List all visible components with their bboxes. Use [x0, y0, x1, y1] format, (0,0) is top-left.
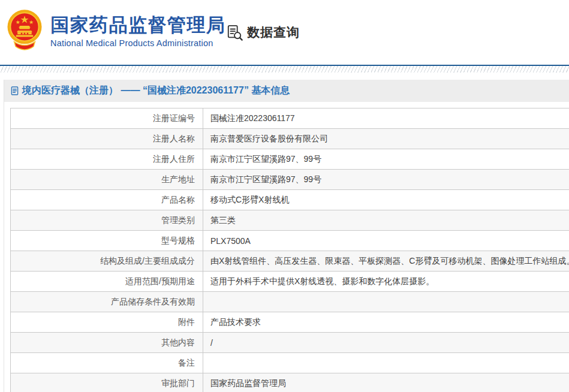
site-header: 国家药品监督管理局 National Medical Products Admi… — [0, 0, 569, 65]
national-emblem-logo — [6, 7, 43, 55]
row-label: 其他内容 — [11, 333, 203, 352]
table-row: 其他内容 / — [11, 333, 569, 353]
row-label: 附件 — [11, 312, 203, 332]
row-value: PLX7500A — [203, 231, 569, 251]
document-search-icon — [227, 25, 243, 41]
table-row: 型号规格 PLX7500A — [11, 231, 569, 251]
row-value: 产品技术要求 — [203, 312, 569, 332]
nmpa-device-registration-page: { "header": { "agency_title_zh": "国家药品监督… — [0, 0, 569, 392]
page-icon — [11, 86, 19, 95]
breadcrumb: 境内医疗器械（注册） —— “国械注准20223061177” 基本信息 — [4, 80, 569, 102]
row-value: 南京市江宁区望溪路97、99号 — [203, 170, 569, 189]
row-value: 南京普爱医疗设备股份有限公司 — [203, 129, 569, 149]
table-row: 审批部门 国家药品监督管理局 — [11, 373, 569, 392]
row-label: 审批部门 — [11, 373, 203, 392]
table-row: 管理类别 第三类 — [11, 210, 569, 231]
agency-titles: 国家药品监督管理局 National Medical Products Admi… — [50, 14, 226, 48]
row-value: / — [203, 333, 569, 352]
row-label: 生产地址 — [11, 170, 203, 189]
table-row: 生产地址 南京市江宁区望溪路97、99号 — [11, 170, 569, 190]
row-label: 产品储存条件及有效期 — [11, 292, 203, 312]
table-row: 备注 — [11, 353, 569, 373]
table-row: 适用范围/预期用途 适用于外科手术中提供X射线透视、摄影和数字化体层摄影。 — [11, 272, 569, 292]
row-value: 国家药品监督管理局 — [203, 373, 569, 392]
table-row: 产品名称 移动式C形臂X射线机 — [11, 190, 569, 210]
row-label: 管理类别 — [11, 210, 203, 230]
row-value: 移动式C形臂X射线机 — [203, 190, 569, 210]
row-label: 注册人名称 — [11, 129, 203, 149]
agency-subtitle: National Medical Products Administration — [50, 38, 226, 48]
table-row: 注册人名称 南京普爱医疗设备股份有限公司 — [11, 129, 569, 149]
data-query-nav[interactable]: 数据查询 — [227, 24, 300, 41]
row-value: 国械注准20223061177 — [203, 108, 569, 128]
table-row: 附件 产品技术要求 — [11, 312, 569, 333]
row-value: 南京市江宁区望溪路97、99号 — [203, 149, 569, 169]
row-label: 备注 — [11, 353, 203, 373]
table-row: 注册证编号 国械注准20223061177 — [11, 108, 569, 129]
row-value: 第三类 — [203, 210, 569, 230]
agency-title: 国家药品监督管理局 — [50, 14, 226, 36]
breadcrumb-title: 境内医疗器械（注册） —— “国械注准20223061177” 基本信息 — [22, 85, 290, 97]
hatched-band — [0, 66, 569, 73]
row-value — [203, 353, 569, 373]
row-label: 注册证编号 — [11, 108, 203, 128]
row-label: 适用范围/预期用途 — [11, 272, 203, 291]
row-label: 注册人住所 — [11, 149, 203, 169]
row-label: 产品名称 — [11, 190, 203, 210]
table-row: 产品储存条件及有效期 — [11, 292, 569, 312]
row-value — [203, 292, 569, 312]
data-query-label: 数据查询 — [247, 24, 300, 41]
row-value: 适用于外科手术中提供X射线透视、摄影和数字化体层摄影。 — [203, 272, 569, 291]
info-table: 注册证编号 国械注准20223061177 注册人名称 南京普爱医疗设备股份有限… — [10, 108, 569, 392]
table-row: 结构及组成/主要组成成分 由X射线管组件、高压发生器、限束器、平板探测器、C形臂… — [11, 251, 569, 272]
row-value: 由X射线管组件、高压发生器、限束器、平板探测器、C形臂及可移动机架、图像处理工作… — [203, 251, 569, 271]
row-label: 结构及组成/主要组成成分 — [11, 251, 203, 271]
row-label: 型号规格 — [11, 231, 203, 251]
page-content: 境内医疗器械（注册） —— “国械注准20223061177” 基本信息 注册证… — [4, 80, 569, 392]
table-row: 注册人住所 南京市江宁区望溪路97、99号 — [11, 149, 569, 170]
